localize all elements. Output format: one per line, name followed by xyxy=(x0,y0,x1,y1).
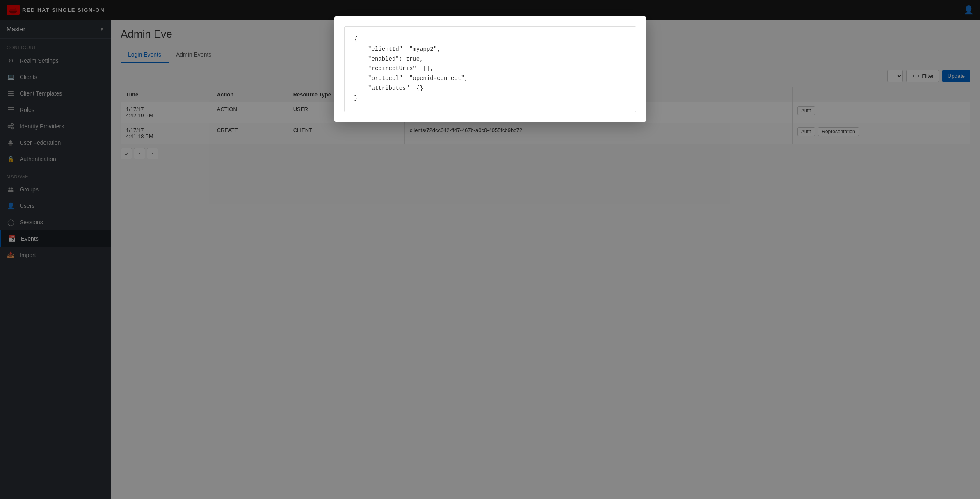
modal-body: { "clientId": "myapp2", "enabled": true,… xyxy=(334,16,646,122)
modal-dialog: { "clientId": "myapp2", "enabled": true,… xyxy=(334,16,646,122)
modal-overlay[interactable]: { "clientId": "myapp2", "enabled": true,… xyxy=(0,0,980,499)
code-block: { "clientId": "myapp2", "enabled": true,… xyxy=(344,26,636,112)
